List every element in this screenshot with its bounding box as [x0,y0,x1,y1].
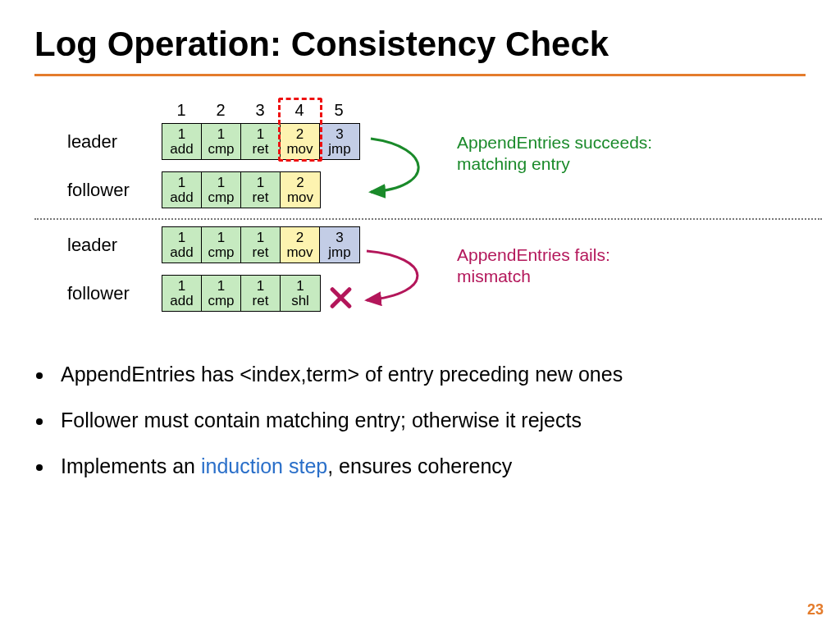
follower-log: 1add 1cmp 1ret 2mov [162,171,321,208]
log-cell: 1ret [241,276,281,311]
follower-log: 1add 1cmp 1ret 1shl [162,275,321,312]
index-label: 3 [240,101,280,120]
log-cell: 1ret [241,227,281,262]
diagram-area: 1 2 3 4 5 leader 1add 1cmp 1ret 2mov 3jm… [67,101,806,312]
index-label: 2 [201,101,240,120]
log-cell: 1add [162,172,202,208]
bullet-item: Implements an induction step, ensures co… [54,453,806,481]
log-cell: 1ret [241,172,281,208]
log-cell: 3jmp [320,227,359,262]
log-cell: 1cmp [202,124,241,159]
log-cell: 2mov [281,172,320,208]
leader-log: 1add 1cmp 1ret 2mov 3jmp [162,226,360,263]
cross-icon [328,285,353,310]
role-label-follower: follower [67,283,162,304]
log-cell: 1add [162,124,202,159]
index-row: 1 2 3 4 5 [162,101,806,120]
log-cell: 2mov [281,227,320,262]
log-cell: 2mov [281,124,320,159]
bullet-list: AppendEntries has <index,term> of entry … [54,361,806,480]
slide-title: Log Operation: Consistency Check [34,25,806,64]
role-label-leader: leader [67,235,162,256]
leader-log: 1add 1cmp 1ret 2mov 3jmp [162,123,360,160]
log-cell: 1ret [241,124,281,159]
link-induction-step: induction step [201,454,327,477]
role-label-follower: follower [67,180,162,201]
log-cell: 1cmp [202,172,241,208]
log-cell: 1add [162,276,202,311]
log-cell: 1cmp [202,227,241,262]
slide: Log Operation: Consistency Check 1 2 3 4… [0,0,840,630]
log-cell: 1add [162,227,202,262]
bullet-item: Follower must contain matching entry; ot… [54,407,806,435]
annotation-success: AppendEntries succeeds: matching entry [457,132,652,176]
index-label: 5 [319,101,358,120]
index-label: 1 [162,101,201,120]
title-underline [34,74,806,76]
role-label-leader: leader [67,131,162,153]
index-label: 4 [280,101,319,120]
annotation-fail: AppendEntries fails: mismatch [457,244,610,288]
log-cell: 3jmp [320,124,359,159]
page-number: 23 [807,601,824,619]
bullet-item: AppendEntries has <index,term> of entry … [54,361,806,389]
log-cell: 1shl [281,276,320,311]
scenario-divider [34,218,822,220]
log-cell: 1cmp [202,276,241,311]
